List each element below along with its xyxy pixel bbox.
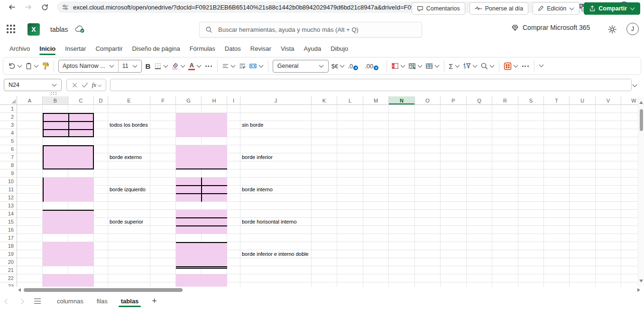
column-header-A[interactable]: A	[17, 96, 43, 105]
column-header-V[interactable]: V	[596, 96, 621, 105]
column-header-L[interactable]: L	[337, 96, 363, 105]
column-header-O[interactable]: O	[415, 96, 441, 105]
sort-filter-button[interactable]	[463, 62, 478, 70]
view-switcher-button[interactable]	[504, 62, 518, 70]
ribbon-tab[interactable]: Diseño de página	[127, 40, 184, 57]
column-header-I[interactable]: I	[227, 96, 240, 105]
formula-input[interactable]	[110, 79, 632, 91]
select-all-corner[interactable]	[0, 96, 17, 105]
row-header[interactable]: 5	[0, 137, 17, 145]
cell-text-E15[interactable]: borde superior	[110, 218, 143, 226]
ribbon-tab[interactable]: Vista	[276, 40, 299, 57]
scroll-down-icon[interactable]	[639, 280, 643, 282]
search-bar[interactable]	[199, 22, 422, 37]
row-header[interactable]: 23	[0, 282, 17, 287]
cell-range-B14:C16-border-top[interactable]	[43, 210, 94, 234]
column-header-W[interactable]: W	[621, 96, 638, 105]
cell-styles-button[interactable]	[425, 62, 440, 70]
autosum-button[interactable]: Σ	[449, 62, 460, 70]
cell-range-B18:C20-border-none[interactable]	[43, 242, 94, 266]
cell-range-G10:H12-border-inner[interactable]	[176, 178, 227, 202]
font-color-button[interactable]: A	[188, 62, 201, 70]
row-header[interactable]: 22	[0, 274, 17, 282]
row-header[interactable]: 14	[0, 210, 17, 218]
browser-back-icon[interactable]	[6, 1, 18, 13]
cell-text-E3[interactable]: todos los bordes	[110, 121, 148, 129]
row-header[interactable]: 12	[0, 194, 17, 202]
collapse-ribbon-button[interactable]	[539, 64, 544, 68]
search-input[interactable]	[217, 26, 416, 34]
cell-text-E7[interactable]: borde externo	[110, 153, 142, 161]
cell-text-J11[interactable]: borde interno	[242, 186, 273, 194]
cell-range-G14:H16-border-inner-horizontal[interactable]	[176, 210, 227, 234]
ribbon-tab[interactable]: Dibujo	[326, 40, 353, 57]
cell-range-B22:C24-border-none[interactable]	[43, 274, 94, 287]
buy-microsoft-365-button[interactable]: Comprar Microsoft 365	[511, 14, 590, 40]
name-box[interactable]: N24	[4, 79, 62, 91]
all-sheets-menu-icon[interactable]	[30, 293, 45, 309]
undo-button[interactable]	[8, 62, 22, 70]
horizontal-scroll-thumb[interactable]	[24, 288, 183, 292]
account-avatar[interactable]: J	[626, 23, 639, 35]
site-settings-icon[interactable]	[62, 4, 69, 11]
comments-button[interactable]: Comentarios	[412, 2, 465, 15]
font-size-select[interactable]: 11	[118, 60, 141, 72]
next-sheet-button[interactable]	[14, 293, 28, 309]
sheet-tab[interactable]: tablas	[114, 293, 146, 309]
ribbon-tab[interactable]: Compartir	[91, 40, 127, 57]
prev-sheet-button[interactable]	[0, 293, 14, 309]
insert-function-button[interactable]: fx	[92, 81, 101, 89]
conditional-formatting-button[interactable]	[391, 62, 405, 70]
add-sheet-button[interactable]: +	[147, 293, 162, 309]
browser-reload-icon[interactable]	[39, 1, 50, 13]
cell-range-G18:H20-border-top-single-bottom-double[interactable]	[176, 242, 227, 266]
currency-format-button[interactable]: $€	[331, 63, 345, 70]
spreadsheet-grid[interactable]: todos los bordessin bordeborde externobo…	[0, 96, 638, 287]
cell-range-G2:H4-border-none[interactable]	[176, 113, 227, 137]
row-header[interactable]: 11	[0, 186, 17, 194]
ribbon-tab[interactable]: Ayuda	[299, 40, 326, 57]
vertical-scrollbar[interactable]	[638, 97, 644, 287]
column-header-N[interactable]: N	[389, 96, 415, 105]
column-header-S[interactable]: S	[518, 96, 544, 105]
row-header[interactable]: 1	[0, 105, 17, 113]
borders-button[interactable]	[154, 62, 168, 70]
row-header[interactable]: 19	[0, 250, 17, 258]
cell-text-J3[interactable]: sin borde	[242, 121, 263, 129]
column-header-D[interactable]: D	[94, 96, 108, 105]
scroll-left-icon[interactable]	[18, 288, 21, 292]
editing-mode-button[interactable]: Edición	[533, 2, 580, 15]
row-header[interactable]: 20	[0, 258, 17, 266]
app-launcher-icon[interactable]	[7, 25, 15, 33]
row-header[interactable]: 4	[0, 129, 17, 137]
fill-color-button[interactable]	[171, 62, 185, 70]
column-header-C[interactable]: C	[68, 96, 94, 105]
bold-button[interactable]: B	[145, 62, 152, 70]
cell-text-E11[interactable]: borde izquierdo	[110, 186, 146, 194]
sheet-tab[interactable]: columnas	[50, 293, 90, 309]
format-painter-button[interactable]	[42, 62, 49, 70]
row-header[interactable]: 8	[0, 161, 17, 169]
scroll-up-icon[interactable]	[639, 101, 643, 104]
settings-gear-icon[interactable]	[606, 23, 618, 36]
row-header[interactable]: 21	[0, 266, 17, 274]
browser-forward-icon[interactable]	[23, 1, 34, 13]
ribbon-tab[interactable]: Inicio	[35, 40, 60, 57]
find-button[interactable]	[480, 62, 495, 70]
cell-text-J7[interactable]: borde inferior	[242, 153, 273, 161]
decrease-decimal-button[interactable]: .0	[348, 63, 362, 70]
column-header-G[interactable]: G	[176, 96, 202, 105]
format-as-table-button[interactable]	[408, 62, 423, 70]
more-font-options-button[interactable]	[204, 66, 213, 67]
catch-up-button[interactable]: Ponerse al día	[469, 2, 529, 15]
column-header-E[interactable]: E	[108, 96, 150, 105]
cell-text-J19[interactable]: borde inferior e interno doble	[242, 250, 309, 258]
enter-check-icon[interactable]	[82, 82, 88, 88]
ribbon-tab[interactable]: Datos	[220, 40, 246, 57]
cloud-saved-icon[interactable]	[75, 25, 85, 33]
font-name-select[interactable]: Aptos Narrow ...	[59, 60, 118, 72]
alignment-button[interactable]	[222, 63, 236, 69]
cancel-icon[interactable]	[72, 82, 78, 88]
file-name[interactable]: tablas	[50, 26, 68, 33]
row-header[interactable]: 6	[0, 145, 17, 153]
